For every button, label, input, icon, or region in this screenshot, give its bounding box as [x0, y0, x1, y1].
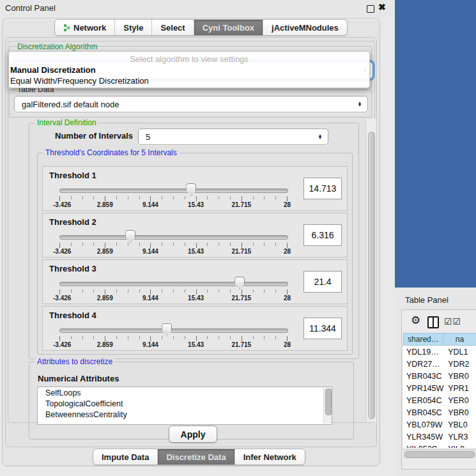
stepper-arrows-icon: ▲▼: [355, 102, 364, 107]
scale-label: 21.715: [232, 248, 252, 255]
interval-definition-group: Interval Definition Number of Intervals …: [29, 123, 359, 359]
tab-discretize-data[interactable]: Discretize Data: [158, 449, 234, 464]
scale-label: 9.144: [142, 295, 158, 302]
threshold-2-panel: Threshold 2 -3.4262.8599.14415.4321.7152…: [42, 213, 348, 257]
algorithm-dropdown-popup: Select algorithm to view settings Manual…: [8, 51, 370, 88]
table-row[interactable]: YIL052CYIL0: [403, 443, 476, 448]
tab-infer-network[interactable]: Infer Network: [235, 449, 305, 464]
tab-select[interactable]: Select: [152, 20, 194, 35]
attribute-list-item[interactable]: BetweennessCentrality: [38, 409, 332, 420]
scale-label: 9.144: [142, 201, 158, 208]
cell-name[interactable]: YBL0: [444, 420, 476, 429]
table-row[interactable]: YDR27…YDR2: [403, 358, 476, 370]
cell-name[interactable]: YDR2: [444, 360, 476, 369]
gear-icon[interactable]: ⚙: [411, 315, 420, 326]
scale-label: 21.715: [232, 201, 252, 208]
algorithm-placeholder: Select algorithm to view settings: [9, 54, 369, 64]
tab-cyni-toolbox[interactable]: Cyni Toolbox: [194, 20, 263, 35]
threshold-slider[interactable]: -3.4262.8599.14415.4321.71528: [59, 322, 287, 348]
table-row[interactable]: YBR043CYBR0: [403, 370, 476, 382]
table-panel-body: ⚙ ☑☑ shared… na YDL19…YDL1YDR27…YDR2YBR0…: [401, 309, 476, 470]
cell-shared-name[interactable]: YER054C: [403, 396, 444, 405]
cell-name[interactable]: YDL1: [444, 348, 476, 357]
tab-style[interactable]: Style: [115, 20, 152, 35]
cell-shared-name[interactable]: YDR27…: [403, 360, 444, 369]
scrollbar-thumb[interactable]: [368, 132, 375, 419]
table-panel-title: Table Panel: [405, 295, 449, 305]
cell-name[interactable]: YPR1: [444, 384, 476, 393]
threshold-slider[interactable]: -3.4262.8599.14415.4321.71528: [59, 229, 287, 254]
tab-jactivemnodules[interactable]: jActiveMNodules: [263, 20, 347, 35]
tab-label: Network: [73, 23, 106, 33]
stepper-arrows-icon: ▲▼: [316, 134, 325, 139]
settings-scrollbar[interactable]: [365, 119, 377, 422]
cell-shared-name[interactable]: YLR345W: [403, 433, 444, 441]
scale-label: 2.859: [97, 295, 113, 302]
table-row[interactable]: YBR045CYBR0: [403, 406, 476, 418]
attributes-scrollbar[interactable]: [323, 388, 332, 424]
scrollbar-thumb[interactable]: [404, 451, 475, 458]
threshold-slider[interactable]: -3.4262.8599.14415.4321.71528: [59, 182, 287, 208]
slider-track[interactable]: [59, 282, 288, 286]
threshold-label: Threshold 3: [49, 264, 96, 273]
slider-scale: -3.4262.8599.14415.4321.71528: [59, 201, 287, 209]
threshold-value-field[interactable]: 6.316: [303, 224, 342, 246]
table-row[interactable]: YER054CYER0: [403, 394, 476, 406]
table-panel: Table Panel ⚙ ☑☑ shared… na YDL19…YDL1YD…: [395, 288, 476, 476]
scrollbar-thumb[interactable]: [325, 388, 332, 415]
cell-shared-name[interactable]: YBR045C: [403, 408, 444, 417]
threshold-slider[interactable]: -3.4262.8599.14415.4321.71528: [59, 275, 287, 301]
cell-shared-name[interactable]: YPR145W: [403, 384, 444, 393]
table-row[interactable]: YLR345WYLR3: [403, 431, 476, 443]
network-icon: [63, 24, 70, 32]
threshold-value-field[interactable]: 14.713: [303, 178, 342, 199]
cell-shared-name[interactable]: YBL079W: [403, 420, 444, 429]
table-data-combobox[interactable]: galFiltered.sif default node ▲▼: [14, 96, 368, 112]
threshold-value-field[interactable]: 11.344: [303, 318, 342, 339]
scale-label: 2.859: [97, 201, 113, 208]
scale-label: 28: [284, 295, 291, 302]
table-row[interactable]: YPR145WYPR1: [403, 382, 476, 394]
checkbox-columns-icon[interactable]: ☑☑: [444, 316, 461, 326]
close-icon[interactable]: ✖: [378, 2, 386, 12]
slider-track[interactable]: [59, 188, 288, 193]
tab-label: Select: [160, 23, 185, 33]
table-row[interactable]: YBL079WYBL0: [403, 418, 476, 431]
cell-name[interactable]: YBR0: [444, 372, 476, 381]
threshold-value-field[interactable]: 21.4: [303, 271, 342, 293]
slider-thumb[interactable]: [125, 230, 135, 243]
slider-scale: -3.4262.8599.14415.4321.71528: [59, 295, 287, 302]
table-row[interactable]: YDL19…YDL1: [403, 346, 476, 358]
scale-label: 28: [284, 248, 291, 255]
attribute-list-item[interactable]: TopologicalCoefficient: [38, 398, 332, 409]
tab-impute-data[interactable]: Impute Data: [93, 449, 158, 464]
cell-name[interactable]: YER0: [444, 396, 476, 405]
apply-button[interactable]: Apply: [169, 426, 217, 443]
algorithm-option-manual[interactable]: Manual Discretization: [10, 65, 96, 75]
algorithm-option-equal-width[interactable]: Equal Width/Frequency Discretization: [10, 76, 149, 86]
tab-network[interactable]: Network: [55, 20, 115, 35]
cell-shared-name[interactable]: YBR043C: [403, 372, 444, 381]
numerical-attributes-list[interactable]: SelfLoopsTopologicalCoefficientBetweenne…: [37, 387, 332, 425]
cell-shared-name[interactable]: YDL19…: [403, 348, 444, 357]
cell-name[interactable]: YLR3: [444, 433, 476, 441]
slider-track[interactable]: [59, 235, 288, 240]
tab-label: Infer Network: [243, 452, 296, 462]
cell-name[interactable]: YIL0: [444, 445, 476, 449]
split-columns-icon[interactable]: [427, 316, 439, 328]
slider-thumb[interactable]: [234, 277, 245, 289]
scale-label: 28: [284, 341, 291, 348]
cell-name[interactable]: YBR0: [444, 408, 476, 417]
cell-shared-name[interactable]: YIL052C: [403, 445, 444, 449]
number-of-intervals-combobox[interactable]: 5 ▲▼: [138, 128, 328, 145]
tab-label: Discretize Data: [166, 452, 226, 462]
slider-thumb[interactable]: [162, 323, 172, 336]
float-window-icon[interactable]: [367, 5, 374, 13]
cyni-bottom-tabs: Impute Data Discretize Data Infer Networ…: [93, 449, 305, 465]
slider-track[interactable]: [59, 328, 288, 333]
attribute-list-item[interactable]: SelfLoops: [38, 387, 332, 398]
column-header-shared-name[interactable]: shared…: [403, 333, 443, 346]
column-header-name[interactable]: na: [443, 333, 476, 346]
slider-thumb[interactable]: [186, 183, 196, 196]
table-horizontal-scrollbar[interactable]: [403, 449, 476, 458]
